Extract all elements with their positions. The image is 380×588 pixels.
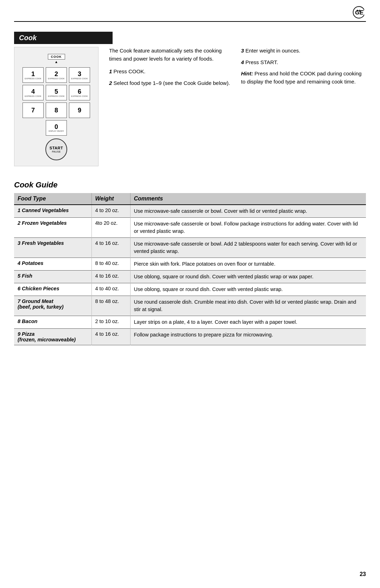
key-8: 8 — [46, 103, 67, 118]
key-3: 3 EXPRESS COOK — [69, 67, 90, 83]
ge-logo-icon: GE — [347, 5, 364, 20]
top-border — [14, 21, 366, 22]
step-3: 3 Enter weight in ounces. — [241, 47, 366, 55]
table-row: 5 Fish4 to 16 oz.Use oblong, square or r… — [14, 271, 366, 283]
key-6: 6 EXPRESS COOK — [69, 85, 90, 100]
cook-label-row: COOK ▲ — [48, 53, 65, 64]
page-number: 23 — [360, 571, 366, 577]
step-1: 1 Press COOK. — [109, 68, 234, 76]
weight-cell: 8 to 40 oz. — [91, 258, 130, 271]
key-1: 1 EXPRESS COOK — [23, 67, 44, 83]
table-header-row: Food Type Weight Comments — [14, 193, 366, 205]
comments-cell: Layer strips on a plate, 4 to a layer. C… — [130, 316, 366, 329]
hint-text: Hint: Press and hold the COOK pad during… — [241, 70, 366, 86]
keypad-row-1: 1 EXPRESS COOK 2 EXPRESS COOK 3 EXPRESS … — [23, 67, 90, 83]
comments-cell: Use oblong, square or round dish. Cover … — [130, 283, 366, 296]
table-row: 1 Canned Vegetables4 to 20 oz.Use microw… — [14, 205, 366, 218]
food-type-cell: 6 Chicken Pieces — [14, 283, 91, 296]
food-type-cell: 7 Ground Meat(beef, pork, turkey) — [14, 296, 91, 316]
table-row: 9 Pizza(frozen, microwaveable)4 to 16 oz… — [14, 329, 366, 345]
food-type-cell: 5 Fish — [14, 271, 91, 283]
weight-cell: 4 to 40 oz. — [91, 283, 130, 296]
svg-rect-4 — [359, 10, 360, 12]
food-type-cell: 1 Canned Vegetables — [14, 205, 91, 218]
food-type-cell: 4 Potatoes — [14, 258, 91, 271]
step-4: 4 Press START. — [241, 58, 366, 67]
table-row: 3 Fresh Vegetables4 to 16 oz.Use microwa… — [14, 238, 366, 258]
key-7: 7 — [23, 103, 44, 118]
comments-cell: Pierce skin with fork. Place potatoes on… — [130, 258, 366, 271]
food-type-cell: 9 Pizza(frozen, microwaveable) — [14, 329, 91, 345]
cook-guide-title: Cook Guide — [14, 180, 366, 190]
instructions-right-col: 3 Enter weight in ounces. 4 Press START.… — [241, 47, 366, 166]
comments-cell: Use microwave-safe casserole or bowl. Fo… — [130, 218, 366, 238]
comments-cell: Use microwave-safe casserole or bowl. Ad… — [130, 238, 366, 258]
food-type-cell: 8 Bacon — [14, 316, 91, 329]
cook-guide-table: Food Type Weight Comments 1 Canned Veget… — [14, 193, 366, 345]
cook-button-label: COOK — [48, 54, 65, 60]
pause-label: PAUSE — [52, 150, 61, 153]
col-food-type: Food Type — [14, 193, 91, 205]
start-button: START PAUSE — [45, 138, 67, 160]
table-row: 2 Frozen Vegetables4to 20 oz.Use microwa… — [14, 218, 366, 238]
weight-cell: 8 to 48 oz. — [91, 296, 130, 316]
svg-rect-3 — [357, 10, 358, 12]
food-type-cell: 2 Frozen Vegetables — [14, 218, 91, 238]
comments-cell: Follow package instructions to prepare p… — [130, 329, 366, 345]
weight-cell: 4 to 16 oz. — [91, 271, 130, 283]
comments-cell: Use oblong, square or round dish. Cover … — [130, 271, 366, 283]
weight-cell: 4 to 16 oz. — [91, 329, 130, 345]
instructions-area: The Cook feature automatically sets the … — [109, 47, 366, 166]
instructions-left-col: The Cook feature automatically sets the … — [109, 47, 234, 166]
table-row: 7 Ground Meat(beef, pork, turkey)8 to 48… — [14, 296, 366, 316]
key-9: 9 — [69, 103, 90, 118]
cook-section-header: Cook — [14, 32, 113, 44]
weight-cell: 2 to 10 oz. — [91, 316, 130, 329]
keypad-panel: COOK ▲ 1 EXPRESS COOK 2 EXPRESS COOK 3 E… — [14, 47, 99, 166]
keypad-row-2: 4 EXPRESS COOK 5 EXPRESS COOK 6 EXPRESS … — [23, 85, 90, 100]
weight-cell: 4to 20 oz. — [91, 218, 130, 238]
table-row: 4 Potatoes8 to 40 oz.Pierce skin with fo… — [14, 258, 366, 271]
arrow-up-icon: ▲ — [48, 60, 65, 64]
key-0: 0 DISPLAY ON/OFF — [46, 120, 67, 136]
keypad-row-3: 7 8 9 — [23, 103, 90, 118]
page-content: Cook COOK ▲ 1 EXPRESS COOK 2 EXPRESS COO… — [14, 32, 366, 345]
table-row: 6 Chicken Pieces4 to 40 oz.Use oblong, s… — [14, 283, 366, 296]
food-type-cell: 3 Fresh Vegetables — [14, 238, 91, 258]
col-comments: Comments — [130, 193, 366, 205]
cook-section: COOK ▲ 1 EXPRESS COOK 2 EXPRESS COOK 3 E… — [14, 47, 366, 166]
key-4: 4 EXPRESS COOK — [23, 85, 44, 100]
cook-title: Cook — [19, 34, 37, 42]
logo-area: GE — [345, 4, 366, 21]
weight-cell: 4 to 16 oz. — [91, 238, 130, 258]
comments-cell: Use round casserole dish. Crumble meat i… — [130, 296, 366, 316]
keypad-row-zero: 0 DISPLAY ON/OFF — [46, 120, 67, 136]
step-2: 2 Select food type 1–9 (see the Cook Gui… — [109, 79, 234, 87]
weight-cell: 4 to 20 oz. — [91, 205, 130, 218]
table-row: 8 Bacon2 to 10 oz.Layer strips on a plat… — [14, 316, 366, 329]
col-weight: Weight — [91, 193, 130, 205]
key-5: 5 EXPRESS COOK — [46, 85, 67, 100]
key-2: 2 EXPRESS COOK — [46, 67, 67, 83]
start-label: START — [50, 146, 63, 150]
intro-text: The Cook feature automatically sets the … — [109, 47, 234, 63]
comments-cell: Use microwave-safe casserole or bowl. Co… — [130, 205, 366, 218]
